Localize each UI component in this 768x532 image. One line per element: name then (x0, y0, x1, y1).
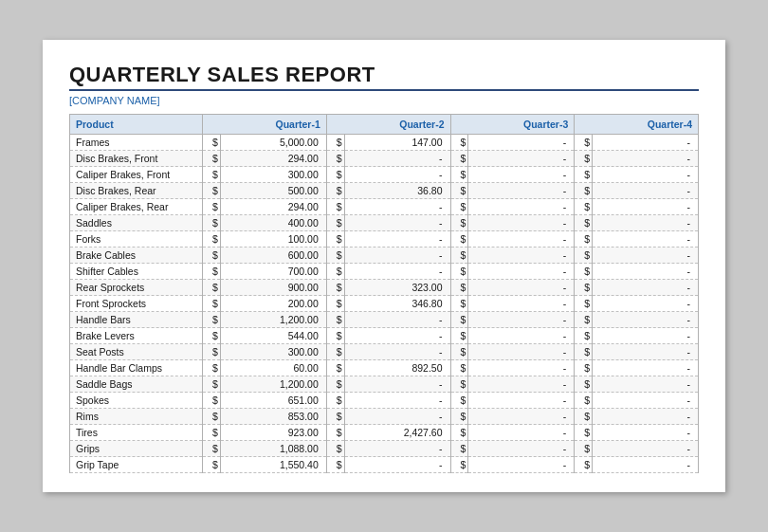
cell-q3-val: - (468, 312, 575, 328)
table-row: Handle Bars$1,200.00$-$-$- (70, 312, 699, 328)
cell-q3-sym: $ (450, 360, 468, 376)
cell-q1-sym: $ (203, 248, 221, 264)
cell-q4-val: - (593, 183, 699, 199)
cell-q1-val: 1,088.00 (220, 441, 326, 457)
cell-product: Handle Bars (70, 312, 203, 328)
cell-product: Shifter Cables (70, 264, 203, 280)
table-row: Tires$923.00$2,427.60$-$- (70, 425, 699, 441)
cell-q4-val: - (593, 264, 699, 280)
cell-q2-val: 147.00 (344, 135, 450, 151)
table-row: Caliper Brakes, Front$300.00$-$-$- (70, 167, 699, 183)
cell-q4-val: - (593, 457, 699, 473)
cell-q2-sym: $ (326, 135, 344, 151)
cell-q2-val: 2,427.60 (344, 425, 450, 441)
cell-q4-sym: $ (575, 264, 593, 280)
cell-q2-sym: $ (326, 296, 344, 312)
cell-q4-sym: $ (575, 151, 593, 167)
cell-q2-val: - (344, 328, 450, 344)
cell-q3-val: - (468, 183, 575, 199)
cell-q2-sym: $ (326, 215, 344, 231)
cell-q2-sym: $ (326, 393, 344, 409)
cell-q3-sym: $ (450, 151, 468, 167)
cell-product: Rear Sprockets (70, 280, 203, 296)
cell-q3-sym: $ (450, 264, 468, 280)
cell-q3-sym: $ (450, 425, 468, 441)
cell-q3-sym: $ (450, 344, 468, 360)
table-row: Grip Tape$1,550.40$-$-$- (70, 457, 699, 473)
cell-q1-val: 5,000.00 (220, 135, 326, 151)
cell-q3-sym: $ (450, 280, 468, 296)
cell-q4-sym: $ (575, 344, 593, 360)
cell-product: Brake Levers (70, 328, 203, 344)
cell-q4-sym: $ (575, 409, 593, 425)
cell-q2-sym: $ (326, 360, 344, 376)
cell-q2-val: - (344, 393, 450, 409)
cell-q2-val: - (344, 248, 450, 264)
cell-q1-val: 300.00 (220, 167, 326, 183)
table-row: Brake Cables$600.00$-$-$- (70, 248, 699, 264)
cell-q3-sym: $ (450, 215, 468, 231)
cell-q4-val: - (593, 376, 699, 393)
cell-q4-sym: $ (575, 199, 593, 215)
cell-q1-sym: $ (203, 312, 221, 328)
cell-q1-sym: $ (203, 376, 221, 393)
cell-q1-sym: $ (203, 441, 221, 457)
cell-q2-val: 346.80 (344, 296, 450, 312)
cell-q2-sym: $ (326, 280, 344, 296)
cell-product: Brake Cables (70, 248, 203, 264)
cell-q3-val: - (468, 376, 575, 393)
cell-q3-val: - (468, 328, 575, 344)
cell-q4-val: - (593, 328, 699, 344)
cell-q4-val: - (593, 296, 699, 312)
cell-q3-val: - (468, 248, 575, 264)
table-row: Front Sprockets$200.00$346.80$-$- (70, 296, 699, 312)
cell-q3-val: - (468, 425, 575, 441)
cell-product: Tires (70, 425, 203, 441)
cell-q2-sym: $ (326, 344, 344, 360)
cell-q4-sym: $ (575, 441, 593, 457)
cell-q2-val: - (344, 199, 450, 215)
cell-product: Disc Brakes, Front (70, 151, 203, 167)
cell-q1-val: 651.00 (220, 393, 326, 409)
cell-q3-val: - (468, 231, 575, 248)
cell-q4-sym: $ (575, 425, 593, 441)
cell-q3-val: - (468, 344, 575, 360)
table-row: Rims$853.00$-$-$- (70, 409, 699, 425)
sales-table: Product Quarter-1 Quarter-2 Quarter-3 Qu… (69, 114, 699, 473)
cell-product: Grip Tape (70, 457, 203, 473)
cell-product: Caliper Brakes, Front (70, 167, 203, 183)
cell-q3-val: - (468, 280, 575, 296)
cell-q2-val: - (344, 167, 450, 183)
cell-product: Frames (70, 135, 203, 151)
cell-q3-sym: $ (450, 457, 468, 473)
cell-q1-val: 1,200.00 (220, 312, 326, 328)
cell-q3-sym: $ (450, 248, 468, 264)
company-name: [COMPANY NAME] (69, 95, 699, 106)
cell-q2-val: 323.00 (344, 280, 450, 296)
cell-product: Spokes (70, 393, 203, 409)
col-q2: Quarter-2 (326, 115, 450, 135)
cell-product: Saddle Bags (70, 376, 203, 393)
cell-q4-val: - (593, 135, 699, 151)
cell-q4-sym: $ (575, 183, 593, 199)
cell-q1-sym: $ (203, 231, 221, 248)
cell-product: Handle Bar Clamps (70, 360, 203, 376)
cell-q2-sym: $ (326, 199, 344, 215)
cell-q4-val: - (593, 344, 699, 360)
cell-q2-sym: $ (326, 312, 344, 328)
cell-q1-sym: $ (203, 183, 221, 199)
cell-q1-val: 294.00 (220, 151, 326, 167)
table-row: Caliper Brakes, Rear$294.00$-$-$- (70, 199, 699, 215)
cell-q3-val: - (468, 409, 575, 425)
cell-q1-sym: $ (203, 280, 221, 296)
cell-q2-sym: $ (326, 328, 344, 344)
cell-q3-val: - (468, 457, 575, 473)
cell-q2-sym: $ (326, 167, 344, 183)
cell-q4-val: - (593, 393, 699, 409)
cell-q3-val: - (468, 215, 575, 231)
table-row: Shifter Cables$700.00$-$-$- (70, 264, 699, 280)
cell-q3-val: - (468, 167, 575, 183)
cell-q1-val: 1,550.40 (220, 457, 326, 473)
cell-q2-val: - (344, 312, 450, 328)
col-product: Product (70, 115, 203, 135)
